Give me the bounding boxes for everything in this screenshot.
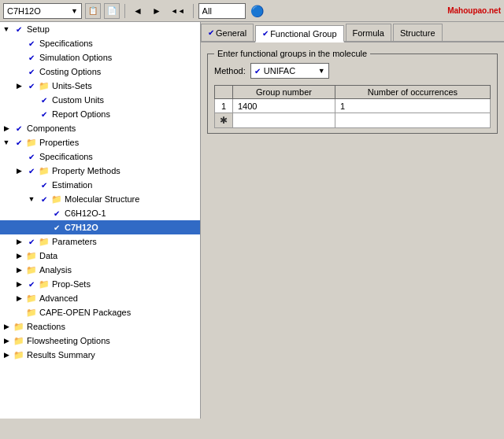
expand-analysis[interactable]: ▶ [13, 264, 25, 276]
dropdown-value: C7H12O [7, 6, 41, 16]
col-header-group-number: Group number [233, 86, 335, 99]
sidebar-item-components[interactable]: ▶ ✔ Components [0, 121, 200, 135]
label-report: Report Options [50, 109, 110, 119]
expand-prop-methods[interactable]: ▶ [13, 164, 25, 177]
method-check-icon: ✔ [254, 67, 261, 76]
label-cape: CAPE-OPEN Packages [38, 308, 131, 317]
folder-properties: 📁 [25, 136, 38, 149]
expand-flowsheeting[interactable]: ▶ [0, 334, 13, 347]
sidebar-item-properties[interactable]: ▼ ✔ 📁 Properties [0, 135, 200, 149]
nav-skip-btn[interactable]: ◄◄ [168, 6, 188, 17]
expand-components[interactable]: ▶ [0, 122, 13, 135]
label-analysis: Analysis [38, 265, 72, 275]
label-prop-sets: Prop-Sets [50, 279, 91, 289]
tab-general[interactable]: ✔ General [201, 24, 254, 41]
method-dropdown[interactable]: ✔ UNIFAC ▼ [250, 63, 329, 79]
sidebar-item-costing-options[interactable]: ✔ Costing Options [0, 65, 200, 79]
paste-btn[interactable]: 📄 [104, 3, 120, 19]
sidebar-item-units-sets[interactable]: ▶ ✔ 📁 Units-Sets [0, 79, 200, 93]
sidebar-item-prop-spec[interactable]: ✔ Specifications [0, 149, 200, 164]
label-custom: Custom Units [50, 95, 104, 105]
check-report: ✔ [38, 108, 50, 120]
method-label: Method: [214, 66, 246, 76]
sidebar-item-setup[interactable]: ▼ ✔ Setup [0, 22, 200, 36]
folder-data: 📁 [25, 249, 38, 262]
tab-formula-label: Formula [353, 28, 384, 38]
right-panel: ✔ General ✔ Functional Group Formula Str… [201, 22, 504, 419]
label-params: Parameters [50, 237, 97, 246]
expand-setup[interactable]: ▼ [0, 23, 13, 35]
check-components: ✔ [13, 122, 25, 135]
sidebar-item-report-options[interactable]: ✔ Report Options [0, 107, 200, 121]
sidebar-item-data[interactable]: ▶ 📁 Data [0, 249, 200, 263]
expand-units[interactable]: ▶ [13, 79, 25, 92]
row-1-occurrences[interactable]: 1 [335, 99, 490, 113]
component-dropdown[interactable]: C7H12O ▼ [3, 3, 82, 19]
row-new-occurrences[interactable] [335, 113, 490, 128]
expand-reactions[interactable]: ▶ [0, 320, 13, 333]
sidebar: ▼ ✔ Setup ✔ Specifications ✔ Simulation … [0, 22, 201, 419]
row-new-group[interactable] [233, 113, 335, 128]
expand-properties[interactable]: ▼ [0, 136, 13, 149]
search-input[interactable] [198, 3, 246, 19]
sidebar-item-c6h12o1[interactable]: ✔ C6H12O-1 [0, 206, 200, 220]
check-sim: ✔ [25, 51, 38, 64]
expand-params[interactable]: ▶ [13, 235, 25, 248]
sidebar-item-flowsheeting[interactable]: ▶ 📁 Flowsheeting Options [0, 334, 200, 348]
expand-specifications [13, 37, 25, 50]
expand-data[interactable]: ▶ [13, 249, 25, 262]
sidebar-item-property-methods[interactable]: ▶ ✔ 📁 Property Methods [0, 164, 200, 178]
expand-mol[interactable]: ▼ [25, 193, 38, 205]
check-params: ✔ [25, 235, 38, 248]
sidebar-item-reactions[interactable]: ▶ 📁 Reactions [0, 319, 200, 334]
label-specifications: Specifications [38, 39, 93, 48]
expand-prop-sets[interactable]: ▶ [13, 278, 25, 290]
folder-analysis: 📁 [25, 264, 38, 276]
folder-cape: 📁 [25, 306, 38, 319]
row-new-marker: ✱ [215, 113, 233, 128]
sidebar-item-c7h12o[interactable]: ✔ C7H12O [0, 220, 200, 234]
label-c6: C6H12O-1 [63, 208, 106, 218]
method-value: UNIFAC [264, 66, 295, 76]
label-reactions: Reactions [25, 322, 65, 331]
label-sim: Simulation Options [38, 53, 112, 62]
sidebar-item-parameters[interactable]: ▶ ✔ 📁 Parameters [0, 234, 200, 249]
check-estimation: ✔ [38, 179, 50, 191]
copy-btn[interactable]: 📋 [85, 3, 101, 19]
tab-structure-label: Structure [400, 28, 435, 38]
tab-functional-group[interactable]: ✔ Functional Group [255, 25, 343, 42]
main-layout: ▼ ✔ Setup ✔ Specifications ✔ Simulation … [0, 22, 504, 419]
expand-advanced[interactable]: ▶ [13, 292, 25, 304]
folder-prop-sets: 📁 [38, 278, 50, 290]
row-1-group[interactable]: 1400 [233, 99, 335, 113]
sidebar-item-simulation-options[interactable]: ✔ Simulation Options [0, 50, 200, 65]
check-c6: ✔ [50, 207, 63, 220]
check-prop-spec: ✔ [25, 150, 38, 163]
folder-units: 📁 [38, 79, 50, 92]
row-1-num: 1 [215, 99, 233, 113]
sidebar-item-mol-structure[interactable]: ▼ ✔ 📁 Molecular Structure [0, 192, 200, 206]
sidebar-item-estimation[interactable]: ✔ Estimation [0, 178, 200, 192]
watermark-text: Mahoupao.net [447, 6, 501, 15]
method-row: Method: ✔ UNIFAC ▼ [214, 63, 491, 79]
sidebar-item-custom-units[interactable]: ✔ Custom Units [0, 93, 200, 107]
sidebar-item-prop-sets[interactable]: ▶ ✔ 📁 Prop-Sets [0, 277, 200, 291]
nav-back-btn[interactable]: ◄ [130, 4, 146, 18]
nav-forward-btn[interactable]: ► [149, 4, 165, 18]
expand-prop-spec [13, 150, 25, 163]
sidebar-item-results-summary[interactable]: ▶ 📁 Results Summary [0, 348, 200, 362]
tab-structure[interactable]: Structure [393, 24, 443, 41]
sidebar-item-cape-open[interactable]: 📁 CAPE-OPEN Packages [0, 305, 200, 319]
label-advanced: Advanced [38, 293, 78, 303]
sidebar-item-analysis[interactable]: ▶ 📁 Analysis [0, 263, 200, 277]
expand-results[interactable]: ▶ [0, 349, 13, 361]
sidebar-item-advanced[interactable]: ▶ 📁 Advanced [0, 291, 200, 305]
tab-formula[interactable]: Formula [346, 24, 391, 41]
check-custom: ✔ [38, 94, 50, 106]
table-row: 1 1400 1 [215, 99, 491, 113]
expand-c7 [38, 221, 50, 234]
label-costing: Costing Options [38, 67, 101, 76]
label-properties: Properties [38, 138, 79, 147]
toolbar: C7H12O ▼ 📋 📄 ◄ ► ◄◄ 🔵 Mahoupao.net [0, 0, 504, 22]
sidebar-item-specifications[interactable]: ✔ Specifications [0, 36, 200, 50]
